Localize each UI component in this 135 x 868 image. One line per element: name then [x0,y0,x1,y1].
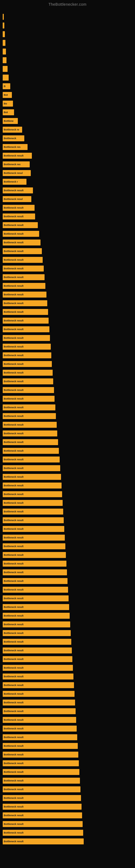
bar-label: Bottleneck result [4,666,24,669]
bar: Bottleneck result [3,743,78,749]
bar-row: Bottleneck result [3,308,132,316]
bar-row: Bottleneck result [3,273,132,281]
bar-row: Bottleneck result [3,369,132,376]
bar-row: Bottleneck result [3,560,132,567]
bar-row: Bottleneck result [3,317,132,324]
bar-label: Bottleneck result [4,571,24,574]
bar: Bottleneck result [3,830,83,836]
bar-label: Bottleneck result [4,554,24,556]
bar-label: Bottleneck result [4,536,24,539]
bar-label: Bottleneck result [4,337,24,339]
bar-row: Bottleneck result [3,204,132,212]
bar: Bottleneck result [3,283,45,289]
bar-row: Bottleneck result [3,404,132,411]
bar-row: Bottleneck result [3,655,132,663]
bar-label: Bottleneck result [4,189,24,192]
bar-row: Bottleneck result [3,334,132,342]
bar: Bottleneck result [3,457,60,463]
bar-label: Bottleneck result [4,276,24,279]
bar-label: Bottleneck result [4,736,24,739]
bar: Bottleneck result [3,639,71,645]
bar: Bottleneck result [3,752,78,757]
bar-label: Bottleneck result [4,458,24,461]
bar-row: Bottleneck result [3,568,132,576]
bar: Bottleneck r [3,179,27,185]
bar-row: Bottleneck result [3,595,132,602]
bar-label: Bottleneck result [4,389,24,392]
bar-row: Bottleneck result [3,239,132,246]
bar-label: Bottleneck result [4,293,24,296]
bar-label: Bottleneck result [4,345,24,348]
bar: Bottleneck result [3,786,81,792]
bar-label: B [4,85,6,88]
bar-row: Bottleneck result [3,508,132,516]
bar-label: Bottleneck r [4,180,18,183]
bar: Bottleneck result [3,404,55,410]
bar: Bottleneck result [3,587,68,593]
bar-label: Bottleneck result [4,510,24,513]
bar-row: Bottleneck result [3,187,132,194]
bar-label: Bottleneck result [4,484,24,487]
bar-label: Bottleneck result [4,797,24,799]
bar: Bottleneck result [3,691,75,697]
bar-label: Bottleneck result [4,692,24,695]
bar-label: Bottleneck result [4,623,24,626]
bar-row: Bottleneck result [3,326,132,333]
bar-label: Bottleneck result [4,224,24,226]
bar-row: Bo [3,100,132,107]
bar-label: Bottleneck result [4,311,24,313]
bar: Bot [3,109,14,115]
bar-row: Bottleneck result [3,360,132,368]
bar-row: Bottleneck result [3,291,132,299]
bar-label: Bottleneck result [4,545,24,548]
bar-row: Bottleneck result [3,534,132,541]
bar-row: Bottleneck result [3,551,132,559]
bar: Bottleneck result [3,708,76,714]
bar-row [3,48,132,55]
bar-label: Bottleneck result [4,406,24,409]
bar-row: Bottleneck result [3,421,132,429]
bar: Bottleneck result [3,370,53,376]
bar-label: Bottleneck result [4,788,24,791]
bar-row: Bottleneck result [3,603,132,611]
bar: Bottleneck res [3,161,30,167]
bar-label: Bottleneck result [4,588,24,591]
bar: Bottleneck result [3,700,75,706]
bar-row: Bottleneck result [3,785,132,793]
bar: Bottleneck result [3,300,47,306]
bar: Bottleneck result [3,448,59,454]
bar: Bottlene [3,118,18,124]
bar-row: Bottleneck result [3,473,132,480]
bar-label: Bottleneck result [4,641,24,643]
bar: Bottleneck result [3,621,70,627]
bar-row: Bottleneck result [3,542,132,550]
bar: Bottleneck result [3,508,63,515]
bar-row: Bottleneck result [3,213,132,220]
bar-row: Bottlene [3,117,132,125]
bar-label: Bottleneck result [4,658,24,660]
bar-row: Bottleneck result [3,343,132,350]
bar-label: Bottleneck result [4,501,24,504]
bar-row [3,13,132,21]
bar-label: Bottleneck result [4,371,24,374]
bar-label: Bottleneck result [4,319,24,322]
bar-label: Bottleneck result [4,267,24,270]
bar: Bottleneck result [3,240,41,246]
bar: Bottleneck result [3,812,82,818]
bar: Bottleneck re [3,127,22,133]
bar-row: Bottleneck result [3,742,132,750]
bar: Bottleneck result [3,613,70,619]
bar-row: Bottleneck res [3,161,132,168]
bar-row: Bottleneck result [3,777,132,784]
bar: Bottleneck result [3,769,79,775]
bar: Bottleneck result [3,491,62,497]
bar: Bottleneck result [3,483,61,489]
bar-label: Bottleneck result [4,207,24,209]
bar-row: Bottleneck result [3,820,132,828]
bar: Bottleneck result [3,291,46,298]
bar: Bottleneck result [3,231,39,237]
bar-label: Bottleneck result [4,424,24,426]
bar-row: Bottleneck result [3,647,132,654]
bar-label: Bottlene [4,120,13,122]
bar-row: Bottleneck result [3,378,132,385]
